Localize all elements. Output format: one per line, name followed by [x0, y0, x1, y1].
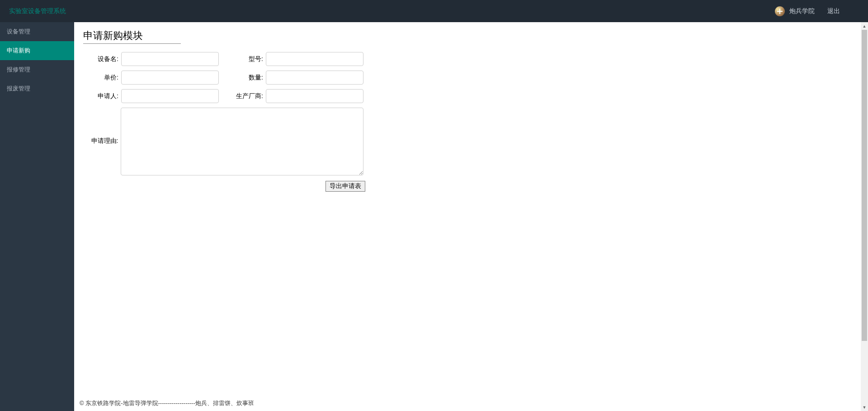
quantity-label: 数量:: [230, 74, 266, 82]
model-input[interactable]: [266, 52, 363, 66]
scrollbar-arrow-up-icon[interactable]: ▲: [861, 22, 868, 30]
reason-label: 申请理由:: [83, 108, 121, 145]
sidebar-item-label: 设备管理: [7, 28, 30, 35]
form-row-reason: 申请理由:: [83, 108, 363, 175]
price-input[interactable]: [121, 71, 219, 85]
brand-title: 实验室设备管理系统: [9, 7, 66, 15]
footer-text: © 东京铁路学院-地雷导弹学院-------------------炮兵、排雷饼…: [80, 400, 254, 406]
content-area: 申请新购模块 设备名: 型号: 单价:: [74, 22, 868, 396]
price-label: 单价:: [83, 74, 121, 82]
page-footer: © 东京铁路学院-地雷导弹学院-------------------炮兵、排雷饼…: [74, 396, 868, 411]
sidebar-item-equipment-management[interactable]: 设备管理: [0, 22, 74, 41]
form-row: 单价: 数量:: [83, 71, 363, 85]
username-link[interactable]: 炮兵学院: [789, 7, 815, 15]
sidebar-item-purchase-request[interactable]: 申请新购: [0, 41, 74, 60]
top-header: 实验室设备管理系统 炮兵学院 退出: [0, 0, 868, 22]
form-group-equipment-name: 设备名:: [83, 52, 219, 66]
equipment-name-input[interactable]: [121, 52, 219, 66]
equipment-name-label: 设备名:: [83, 55, 121, 63]
scrollbar-arrow-down-icon[interactable]: ▼: [861, 403, 868, 411]
form-group-price: 单价:: [83, 71, 219, 85]
purchase-request-form: 设备名: 型号: 单价: 数量:: [83, 52, 363, 192]
sidebar-item-repair-management[interactable]: 报修管理: [0, 60, 74, 79]
main-area: 申请新购模块 设备名: 型号: 单价:: [74, 22, 868, 411]
export-button[interactable]: 导出申请表: [326, 181, 365, 192]
applicant-label: 申请人:: [83, 92, 121, 100]
model-label: 型号:: [230, 55, 266, 63]
logout-link[interactable]: 退出: [827, 7, 840, 15]
reason-textarea[interactable]: [121, 108, 363, 175]
form-row: 设备名: 型号:: [83, 52, 363, 66]
scrollbar-thumb[interactable]: [862, 30, 867, 341]
avatar-icon[interactable]: [775, 6, 785, 16]
quantity-input[interactable]: [266, 71, 363, 85]
form-group-manufacturer: 生产厂商:: [230, 89, 363, 103]
applicant-input[interactable]: [121, 89, 219, 103]
form-group-quantity: 数量:: [230, 71, 363, 85]
form-group-model: 型号:: [230, 52, 363, 66]
form-actions: 导出申请表: [83, 181, 365, 192]
sidebar-item-label: 报修管理: [7, 66, 30, 73]
manufacturer-label: 生产厂商:: [230, 92, 266, 100]
manufacturer-input[interactable]: [266, 89, 363, 103]
vertical-scrollbar[interactable]: ▲ ▼: [861, 22, 868, 411]
sidebar-item-label: 报废管理: [7, 85, 30, 92]
header-right: 炮兵学院 退出: [775, 6, 859, 16]
form-group-applicant: 申请人:: [83, 89, 219, 103]
page-title: 申请新购模块: [83, 29, 181, 44]
form-row: 申请人: 生产厂商:: [83, 89, 363, 103]
sidebar: 设备管理 申请新购 报修管理 报废管理: [0, 22, 74, 411]
sidebar-item-scrap-management[interactable]: 报废管理: [0, 79, 74, 98]
sidebar-item-label: 申请新购: [7, 47, 30, 54]
main-container: 设备管理 申请新购 报修管理 报废管理 申请新购模块 设备名: 型号:: [0, 22, 868, 411]
